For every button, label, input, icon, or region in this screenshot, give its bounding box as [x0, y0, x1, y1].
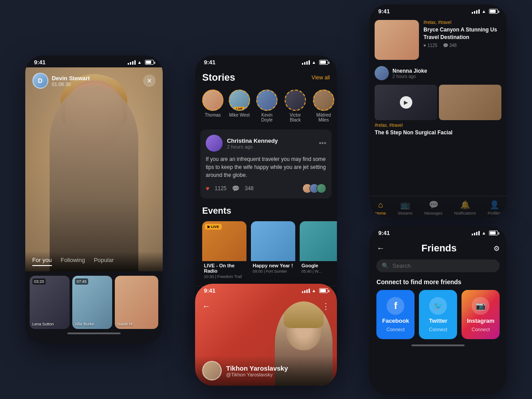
home-icon-3: ⌂	[378, 200, 383, 210]
thumb-name-3: Isaiah M	[117, 322, 133, 326]
multi-img-still[interactable]	[439, 85, 501, 120]
story-avatar-mildred	[313, 90, 334, 111]
story-thomas[interactable]: Thomas	[202, 90, 223, 122]
article-likes: ♥ 1125	[423, 43, 437, 48]
user-avatar-nnenna	[375, 66, 389, 80]
user-item-2: Nnenna Jioke 2 hours ago	[369, 63, 507, 83]
nav-streams-3[interactable]: 📺 Streams	[398, 200, 413, 215]
tab-for-you[interactable]: For you	[32, 257, 52, 266]
battery-icon	[145, 60, 154, 65]
post-more-button[interactable]: •••	[319, 139, 326, 147]
wifi-icon-2: ▲	[312, 60, 316, 65]
article-stats-1: ♥ 1125 💬 348	[423, 43, 501, 48]
battery-icon-3	[489, 9, 498, 14]
story-mildred[interactable]: Mildred Miles	[312, 90, 335, 122]
phone-article-feed: 9:41 ▲ #relax, #travel Bryce Canyon A St…	[369, 4, 507, 217]
like-icon[interactable]: ♥	[206, 185, 209, 192]
event-title-3: Google	[301, 263, 337, 268]
story-name-victor: Victor Black	[284, 113, 307, 122]
facebook-connect-button[interactable]: f Facebook Connect	[376, 290, 415, 339]
comment-icon[interactable]: 💬	[232, 185, 239, 192]
nav-home-3[interactable]: ⌂ Home	[376, 200, 386, 215]
close-button[interactable]: ✕	[143, 74, 156, 87]
search-placeholder: Search	[392, 262, 411, 269]
instagram-action: Connect	[472, 327, 490, 332]
status-icons-5: ▲	[302, 288, 328, 293]
event-title-1: LIVE - On the Radio	[204, 263, 245, 274]
status-icons-2: ▲	[302, 60, 328, 65]
phone-friends: 9:41 ▲ ← Friends ⚙ 🔍 Search	[369, 226, 507, 395]
wifi-icon-5: ▲	[312, 288, 316, 293]
tab-popular[interactable]: Popular	[94, 257, 114, 266]
time-3: 9:41	[378, 8, 390, 15]
wifi-icon: ▲	[137, 60, 142, 65]
story-victor[interactable]: Victor Black	[284, 90, 307, 122]
event-img-3	[300, 221, 337, 261]
react-avatars	[305, 184, 326, 193]
status-bar-1: 9:41 ▲	[25, 55, 163, 67]
event-card-2[interactable]: Happy new Year ! 09:00 | Fort Sumter	[251, 221, 295, 280]
home-indicator-4	[411, 344, 465, 346]
view-all-button[interactable]: View all	[312, 74, 330, 81]
video-header: D Devin Stewart 01:08:30 ✕	[25, 67, 163, 94]
battery-icon-2	[319, 60, 328, 65]
event-more-button[interactable]: ⋮	[322, 301, 330, 311]
event-details-2: 09:00 | Fort Sumter	[253, 269, 293, 274]
home-indicator-1	[67, 332, 121, 334]
phone-video-feed: 9:41 ▲ D Devin Stewart	[25, 55, 163, 344]
article2-tags: #relax, #travel	[375, 123, 501, 128]
thumbnails-row: 03:20 Lena Sutton 07:45 Allie Burke Isai…	[25, 271, 163, 329]
events-row: ▶ LIVE LIVE - On the Radio 10:30 | Freed…	[195, 219, 337, 282]
event-card-3[interactable]: Google 05:40 | W...	[300, 221, 337, 280]
tab-following[interactable]: Following	[61, 257, 85, 266]
event-bg: 9:41 ▲ ← ⋮	[195, 284, 337, 386]
event-back-button[interactable]: ←	[202, 302, 210, 311]
react-avatar-3	[317, 184, 326, 193]
nav-messages-3[interactable]: 💬 Messages	[424, 200, 442, 215]
video-tabs: For you Following Popular	[25, 251, 163, 271]
profiles-icon-3: 👤	[489, 200, 499, 210]
nav-profiles-3[interactable]: 👤 Profiles	[488, 200, 501, 215]
event-user-row: Tikhon Yaroslavsky @Tikhon Yaroslavsky	[202, 361, 330, 380]
status-bar-2: 9:41 ▲	[195, 55, 337, 67]
thumb-3[interactable]: Isaiah M	[115, 276, 158, 329]
nav-notifications-3[interactable]: 🔔 Notifications	[454, 200, 476, 215]
feed-header: Stories View all	[195, 67, 337, 86]
nav-streams-label-3: Streams	[398, 211, 413, 215]
event-user-text: Tikhon Yaroslavsky @Tikhon Yaroslavsky	[226, 364, 288, 377]
event-bottom-info: Tikhon Yaroslavsky @Tikhon Yaroslavsky	[195, 356, 337, 386]
twitter-label: Twitter	[429, 317, 447, 324]
nav-notif-label-3: Notifications	[454, 211, 476, 215]
status-icons-3: ▲	[472, 9, 498, 14]
event-user-name: Tikhon Yaroslavsky	[226, 364, 288, 372]
instagram-label: Instagram	[467, 317, 494, 324]
thumb-2[interactable]: 07:45 Allie Burke	[72, 276, 112, 329]
search-bar[interactable]: 🔍 Search	[376, 259, 500, 272]
event-live-badge: ▶ LIVE	[205, 224, 222, 230]
header-more-icon[interactable]: ⚙	[493, 244, 500, 253]
video-user-info: D Devin Stewart 01:08:30	[32, 73, 90, 89]
story-mike[interactable]: Mike West	[229, 90, 250, 122]
article-main: #relax, #travel Bryce Canyon A Stunning …	[369, 16, 507, 63]
event-details-1: 10:30 | Freedom Trail	[204, 274, 245, 279]
multi-img-video[interactable]: ▶	[375, 85, 437, 120]
story-kevin[interactable]: Kevin Doyle	[255, 90, 278, 122]
instagram-icon: 📷	[472, 297, 489, 315]
video-user-text: Devin Stewart 01:08:30	[52, 75, 90, 87]
story-avatar-victor	[285, 90, 306, 111]
thumb-duration-1: 03:20	[32, 278, 46, 285]
play-circle-icon[interactable]: ▶	[400, 96, 412, 109]
event-card-1[interactable]: ▶ LIVE LIVE - On the Radio 10:30 | Freed…	[202, 221, 246, 280]
user-time-nnenna: 2 hours ago	[392, 74, 427, 79]
story-name-thomas: Thomas	[205, 113, 221, 117]
connect-buttons: f Facebook Connect 🐦 Twitter Connect 📷 I…	[369, 288, 507, 341]
back-button[interactable]: ←	[376, 244, 384, 253]
status-icons-1: ▲	[128, 60, 154, 65]
user-avatar: D	[32, 73, 48, 89]
instagram-connect-button[interactable]: 📷 Instagram Connect	[462, 290, 500, 339]
twitter-connect-button[interactable]: 🐦 Twitter Connect	[419, 290, 457, 339]
event-info-2: Happy new Year ! 09:00 | Fort Sumter	[251, 261, 295, 274]
multi-img-row: ▶	[375, 85, 501, 120]
article-title-1: Bryce Canyon A Stunning Us Travel Destin…	[423, 26, 501, 41]
thumb-1[interactable]: 03:20 Lena Sutton	[30, 276, 70, 329]
